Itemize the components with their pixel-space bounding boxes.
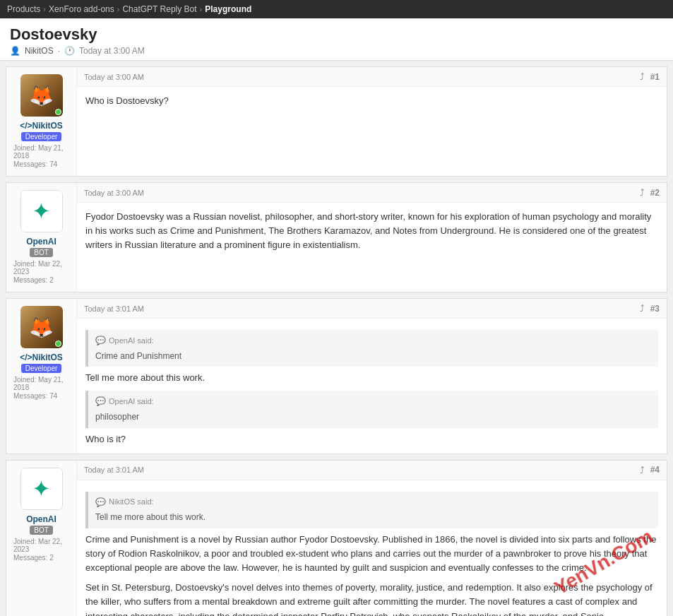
- breadcrumb-sep-1: ›: [43, 5, 46, 13]
- post-header-2: Today at 3:00 AM ⤴ #2: [77, 183, 667, 203]
- bot-badge-4: BOT: [30, 526, 53, 535]
- avatar-4: ✦: [20, 468, 63, 510]
- post-timestamp-3: Today at 3:01 AM: [84, 304, 144, 313]
- breadcrumb-sep-3: ›: [200, 5, 203, 13]
- quote-content-3-0: Crime and Punishment: [95, 351, 181, 361]
- openai-logo-4: ✦: [32, 475, 51, 502]
- post-num-2: #2: [650, 188, 660, 198]
- thread-container: 🦊 </>NikitOS Developer Joined: May 21, 2…: [0, 61, 673, 616]
- role-badge-1: Developer: [21, 132, 62, 141]
- post-actions-4: ⤴ #4: [640, 465, 660, 475]
- share-icon-4[interactable]: ⤴: [640, 465, 645, 475]
- post-num-4: #4: [650, 465, 660, 475]
- post-header-1: Today at 3:00 AM ⤴ #1: [77, 67, 667, 87]
- openai-logo-2: ✦: [32, 198, 51, 225]
- post-timestamp-2: Today at 3:00 AM: [84, 189, 144, 197]
- post-actions-3: ⤴ #3: [640, 303, 660, 314]
- post-sidebar-2: ✦ OpenAI BOT Joined: Mar 22, 2023 Messag…: [6, 183, 77, 292]
- post-main-1: Today at 3:00 AM ⤴ #1 Who is Dostoevsky?: [77, 67, 667, 176]
- page-title-bar: Dostoevsky 👤 NikitOS · 🕐 Today at 3:00 A…: [0, 18, 673, 61]
- thread-timestamp: Today at 3:00 AM: [79, 46, 145, 56]
- quote-block-4-0: 💬 NikitOS said: Tell me more about this …: [85, 492, 658, 528]
- quote-attr-3-0: OpenAI said:: [109, 335, 154, 347]
- post-num-1: #1: [650, 72, 660, 82]
- post-text-3-3: Who is it?: [85, 432, 658, 446]
- breadcrumb-playground: Playground: [205, 4, 251, 14]
- post-header-3: Today at 3:01 AM ⤴ #3: [77, 299, 667, 319]
- user-icon: 👤: [10, 46, 20, 56]
- post-card-4: ✦ OpenAI BOT Joined: Mar 22, 2023 Messag…: [6, 460, 667, 616]
- quote-icon-3-0: 💬: [95, 334, 106, 348]
- post-actions-1: ⤴ #1: [640, 71, 660, 82]
- breadcrumb-chatgpt[interactable]: ChatGPT Reply Bot: [122, 4, 196, 14]
- post-actions-2: ⤴ #2: [640, 187, 660, 198]
- avatar-3: 🦊: [20, 306, 63, 348]
- bot-badge-2: BOT: [30, 248, 53, 257]
- role-badge-3: Developer: [21, 364, 62, 373]
- share-icon-3[interactable]: ⤴: [640, 303, 645, 314]
- quote-icon-3-2: 💬: [95, 395, 106, 408]
- quote-author-4-0: 💬 NikitOS said:: [95, 496, 651, 509]
- post-card-2: ✦ OpenAI BOT Joined: Mar 22, 2023 Messag…: [6, 182, 667, 292]
- quote-attr-4-0: NikitOS said:: [109, 496, 154, 508]
- username-2: OpenAI: [26, 237, 56, 247]
- post-text-3-1: Tell me more about this work.: [85, 371, 658, 385]
- username-1: </>NikitOS: [20, 121, 63, 131]
- post-text-4-1: Crime and Punishment is a novel by Russi…: [85, 533, 658, 575]
- post-text-1-0: Who is Dostoevsky?: [85, 94, 658, 108]
- post-main-2: Today at 3:00 AM ⤴ #2 Fyodor Dostoevsky …: [77, 183, 667, 292]
- post-text-4-2: Set in St. Petersburg, Dostoevsky's nove…: [85, 581, 658, 616]
- post-main-4: Today at 3:01 AM ⤴ #4 💬 NikitOS said: Te…: [77, 461, 667, 616]
- post-timestamp-4: Today at 3:01 AM: [84, 466, 144, 474]
- post-body-4: 💬 NikitOS said: Tell me more about this …: [77, 480, 667, 616]
- online-indicator-3: [55, 340, 61, 347]
- quote-content-4-0: Tell me more about this work.: [95, 512, 206, 522]
- quote-author-3-2: 💬 OpenAI said:: [95, 395, 651, 408]
- user-stats-2: Joined: Mar 22, 2023 Messages: 2: [11, 260, 72, 285]
- quote-author-3-0: 💬 OpenAI said:: [95, 334, 651, 348]
- avatar-2: ✦: [20, 190, 63, 232]
- post-header-4: Today at 3:01 AM ⤴ #4: [77, 461, 667, 480]
- quote-block-3-2: 💬 OpenAI said: philosopher: [85, 391, 658, 427]
- page-title: Dostoevsky: [10, 25, 663, 44]
- post-text-2-0: Fyodor Dostoevsky was a Russian novelist…: [85, 210, 658, 252]
- share-icon-1[interactable]: ⤴: [640, 71, 645, 82]
- breadcrumb: Products › XenForo add-ons › ChatGPT Rep…: [0, 0, 673, 18]
- breadcrumb-products[interactable]: Products: [7, 4, 40, 14]
- breadcrumb-sep-2: ›: [117, 5, 120, 13]
- quote-attr-3-2: OpenAI said:: [109, 396, 154, 408]
- user-stats-3: Joined: May 21, 2018 Messages: 74: [11, 376, 72, 401]
- post-timestamp-1: Today at 3:00 AM: [84, 73, 144, 81]
- page-meta: 👤 NikitOS · 🕐 Today at 3:00 AM: [10, 46, 663, 56]
- quote-block-3-0: 💬 OpenAI said: Crime and Punishment: [85, 330, 658, 367]
- post-body-2: Fyodor Dostoevsky was a Russian novelist…: [77, 203, 667, 259]
- post-body-3: 💬 OpenAI said: Crime and Punishment Tell…: [77, 319, 667, 454]
- post-card-1: 🦊 </>NikitOS Developer Joined: May 21, 2…: [6, 66, 667, 177]
- post-sidebar-4: ✦ OpenAI BOT Joined: Mar 22, 2023 Messag…: [6, 461, 77, 616]
- post-main-3: Today at 3:01 AM ⤴ #3 💬 OpenAI said: Cri…: [77, 299, 667, 454]
- post-body-1: Who is Dostoevsky?: [77, 87, 667, 115]
- thread-author: NikitOS: [25, 46, 54, 56]
- quote-content-3-2: philosopher: [95, 412, 139, 422]
- clock-icon: 🕐: [64, 46, 75, 56]
- avatar-openai-4: ✦: [20, 468, 63, 510]
- breadcrumb-xenforo[interactable]: XenForo add-ons: [49, 4, 114, 14]
- post-card-3: 🦊 </>NikitOS Developer Joined: May 21, 2…: [6, 298, 667, 454]
- online-indicator-1: [55, 109, 61, 115]
- avatar-openai-2: ✦: [20, 190, 63, 232]
- username-3: </>NikitOS: [20, 353, 63, 362]
- post-sidebar-3: 🦊 </>NikitOS Developer Joined: May 21, 2…: [6, 299, 77, 454]
- post-sidebar-1: 🦊 </>NikitOS Developer Joined: May 21, 2…: [6, 67, 77, 176]
- meta-sep: ·: [58, 46, 60, 56]
- avatar-1: 🦊: [20, 74, 63, 117]
- share-icon-2[interactable]: ⤴: [640, 187, 645, 198]
- quote-icon-4-0: 💬: [95, 496, 106, 509]
- user-stats-4: Joined: Mar 22, 2023 Messages: 2: [11, 538, 72, 562]
- post-num-3: #3: [650, 304, 660, 314]
- username-4: OpenAI: [26, 514, 56, 524]
- user-stats-1: Joined: May 21, 2018 Messages: 74: [11, 144, 72, 169]
